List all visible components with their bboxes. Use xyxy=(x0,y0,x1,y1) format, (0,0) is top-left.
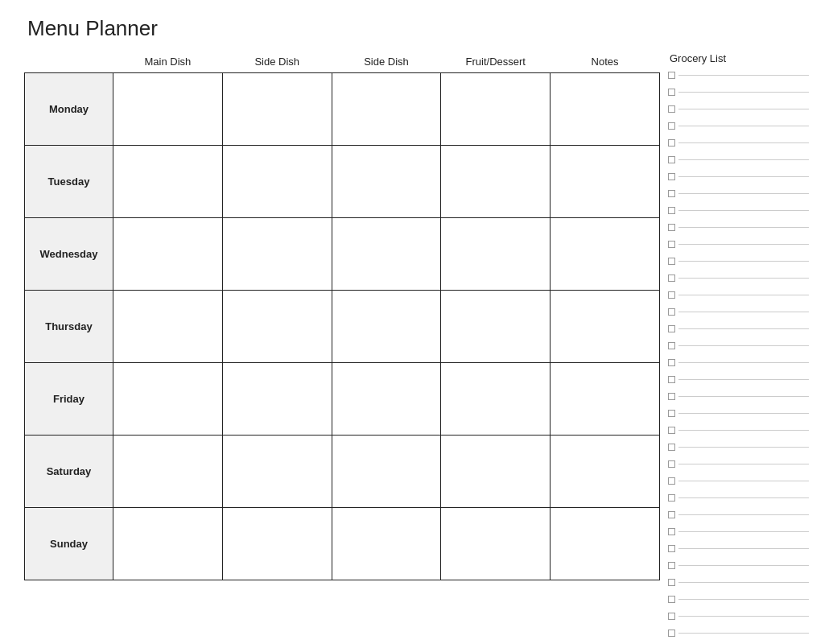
grocery-checkbox[interactable] xyxy=(668,630,675,637)
grocery-checkbox[interactable] xyxy=(668,359,675,366)
grocery-checkbox[interactable] xyxy=(668,342,675,349)
grocery-checkbox[interactable] xyxy=(668,528,675,535)
list-item[interactable] xyxy=(668,575,809,589)
meal-cell[interactable] xyxy=(222,218,332,291)
list-item[interactable] xyxy=(668,524,809,539)
grocery-checkbox[interactable] xyxy=(668,190,675,197)
grocery-checkbox[interactable] xyxy=(668,308,675,316)
list-item[interactable] xyxy=(668,237,809,251)
meal-cell[interactable] xyxy=(222,508,332,580)
meal-cell[interactable] xyxy=(332,363,441,436)
meal-cell[interactable] xyxy=(113,146,223,218)
meal-cell[interactable] xyxy=(332,218,441,291)
grocery-checkbox[interactable] xyxy=(668,477,675,485)
meal-cell[interactable] xyxy=(551,218,660,291)
grocery-checkbox[interactable] xyxy=(668,511,675,518)
meal-cell[interactable] xyxy=(332,73,441,146)
list-item[interactable] xyxy=(668,423,809,437)
list-item[interactable] xyxy=(668,101,809,116)
grocery-checkbox[interactable] xyxy=(668,89,675,96)
list-item[interactable] xyxy=(668,118,809,133)
grocery-checkbox[interactable] xyxy=(668,460,675,468)
grocery-checkbox[interactable] xyxy=(668,105,675,113)
list-item[interactable] xyxy=(668,135,809,150)
grocery-checkbox[interactable] xyxy=(668,291,675,299)
grocery-checkbox[interactable] xyxy=(668,410,675,417)
grocery-checkbox[interactable] xyxy=(668,393,675,400)
list-item[interactable] xyxy=(668,507,809,522)
grocery-checkbox[interactable] xyxy=(668,596,675,603)
meal-cell[interactable] xyxy=(441,218,551,291)
meal-cell[interactable] xyxy=(441,73,551,146)
list-item[interactable] xyxy=(668,321,809,336)
grocery-checkbox[interactable] xyxy=(668,494,675,502)
list-item[interactable] xyxy=(668,169,809,184)
meal-cell[interactable] xyxy=(332,146,441,218)
grocery-checkbox[interactable] xyxy=(668,275,675,282)
meal-cell[interactable] xyxy=(113,508,223,580)
meal-cell[interactable] xyxy=(441,363,551,436)
meal-cell[interactable] xyxy=(551,508,660,580)
grocery-checkbox[interactable] xyxy=(668,376,675,383)
meal-cell[interactable] xyxy=(551,73,660,146)
grocery-checkbox[interactable] xyxy=(668,258,675,265)
grocery-checkbox[interactable] xyxy=(668,139,675,147)
grocery-checkbox[interactable] xyxy=(668,427,675,434)
meal-cell[interactable] xyxy=(113,73,223,146)
grocery-checkbox[interactable] xyxy=(668,545,675,552)
list-item[interactable] xyxy=(668,406,809,420)
meal-cell[interactable] xyxy=(441,508,551,580)
meal-cell[interactable] xyxy=(113,436,223,508)
grocery-checkbox[interactable] xyxy=(668,207,675,214)
meal-cell[interactable] xyxy=(332,508,441,580)
meal-cell[interactable] xyxy=(222,73,332,146)
list-item[interactable] xyxy=(668,304,809,319)
list-item[interactable] xyxy=(668,270,809,285)
meal-cell[interactable] xyxy=(113,291,223,363)
list-item[interactable] xyxy=(668,490,809,505)
list-item[interactable] xyxy=(668,440,809,454)
meal-cell[interactable] xyxy=(332,436,441,508)
meal-cell[interactable] xyxy=(113,218,223,291)
list-item[interactable] xyxy=(668,456,809,471)
list-item[interactable] xyxy=(668,186,809,200)
meal-cell[interactable] xyxy=(222,146,332,218)
list-item[interactable] xyxy=(668,592,809,606)
grocery-checkbox[interactable] xyxy=(668,156,675,163)
list-item[interactable] xyxy=(668,541,809,555)
meal-cell[interactable] xyxy=(113,363,223,436)
meal-cell[interactable] xyxy=(441,436,551,508)
grocery-checkbox[interactable] xyxy=(668,613,675,620)
grocery-checkbox[interactable] xyxy=(668,241,675,248)
list-item[interactable] xyxy=(668,473,809,488)
meal-cell[interactable] xyxy=(551,363,660,436)
list-item[interactable] xyxy=(668,203,809,217)
list-item[interactable] xyxy=(668,338,809,353)
list-item[interactable] xyxy=(668,625,809,640)
meal-cell[interactable] xyxy=(222,363,332,436)
meal-cell[interactable] xyxy=(222,436,332,508)
meal-cell[interactable] xyxy=(332,291,441,363)
grocery-checkbox[interactable] xyxy=(668,72,675,79)
meal-cell[interactable] xyxy=(551,436,660,508)
list-item[interactable] xyxy=(668,220,809,234)
grocery-checkbox[interactable] xyxy=(668,122,675,130)
list-item[interactable] xyxy=(668,372,809,386)
list-item[interactable] xyxy=(668,85,809,99)
meal-cell[interactable] xyxy=(222,291,332,363)
grocery-checkbox[interactable] xyxy=(668,562,675,569)
list-item[interactable] xyxy=(668,68,809,82)
grocery-checkbox[interactable] xyxy=(668,444,675,451)
list-item[interactable] xyxy=(668,355,809,369)
meal-cell[interactable] xyxy=(551,291,660,363)
meal-cell[interactable] xyxy=(441,291,551,363)
grocery-checkbox[interactable] xyxy=(668,173,675,180)
grocery-checkbox[interactable] xyxy=(668,325,675,332)
list-item[interactable] xyxy=(668,287,809,302)
meal-cell[interactable] xyxy=(551,146,660,218)
list-item[interactable] xyxy=(668,558,809,572)
grocery-checkbox[interactable] xyxy=(668,224,675,231)
meal-cell[interactable] xyxy=(441,146,551,218)
list-item[interactable] xyxy=(668,254,809,268)
list-item[interactable] xyxy=(668,152,809,167)
